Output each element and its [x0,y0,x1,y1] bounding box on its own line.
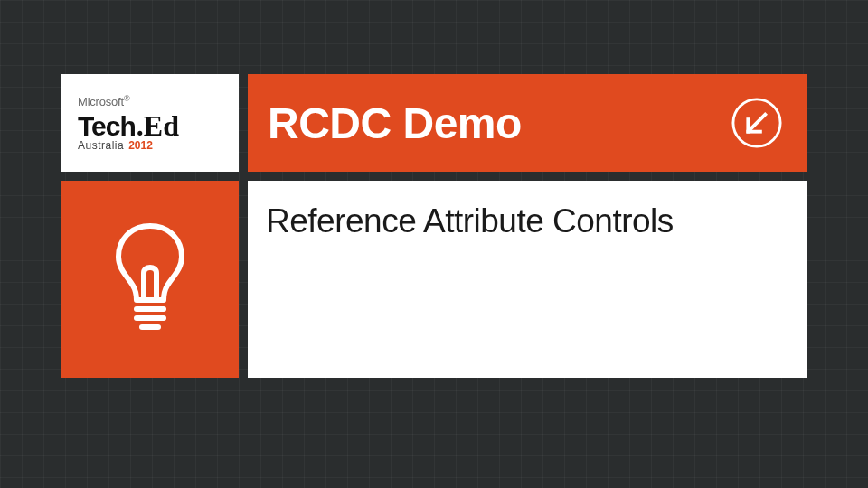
vendor-text: Microsoft [78,96,124,109]
slide-subtitle: Reference Attribute Controls [266,202,788,240]
bottom-row: Reference Attribute Controls [61,181,807,378]
region-row: Australia 2012 [78,139,239,152]
brand-wordmark: Tech .Ed [78,109,239,143]
vendor-label: Microsoft® [78,94,239,108]
arrow-down-left-circle-icon [731,97,783,149]
brand-left: Tech [78,111,136,142]
subtitle-tile: Reference Attribute Controls [248,181,807,378]
logo-tile: Microsoft® Tech .Ed Australia 2012 [61,74,239,172]
year-label: 2012 [128,139,153,152]
brand-right: .Ed [137,109,179,143]
slide-title: RCDC Demo [268,99,522,148]
lightbulb-icon [109,221,191,338]
slide: Microsoft® Tech .Ed Australia 2012 RCDC … [61,74,807,378]
svg-line-1 [748,113,766,131]
top-row: Microsoft® Tech .Ed Australia 2012 RCDC … [61,74,807,172]
bulb-tile [61,181,239,378]
region-label: Australia [78,139,124,152]
registered-mark: ® [124,94,129,103]
title-tile: RCDC Demo [248,74,807,172]
